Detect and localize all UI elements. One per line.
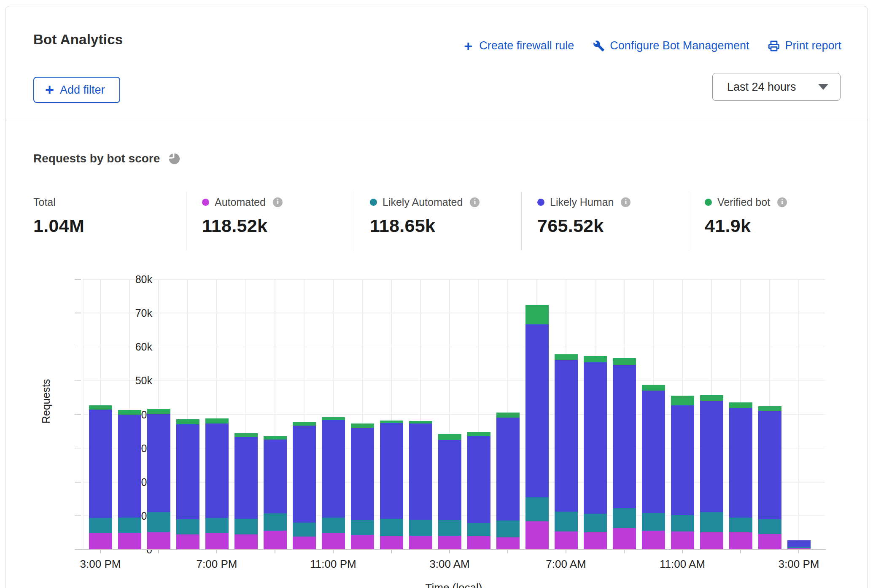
bar-8-00-pm-5[interactable] bbox=[234, 433, 258, 549]
segment-likely-automated bbox=[496, 521, 520, 537]
y-axis-title: Requests bbox=[40, 379, 52, 423]
segment-likely-human bbox=[380, 423, 403, 519]
x-tick bbox=[682, 550, 683, 553]
segment-automated bbox=[671, 531, 694, 549]
stat-automated: Automatedi118.52k bbox=[186, 192, 354, 250]
stat-value: 118.65k bbox=[370, 216, 521, 236]
bar-5-00-pm-2[interactable] bbox=[147, 409, 170, 549]
segment-likely-automated bbox=[671, 515, 694, 531]
bar-3-00-am-12[interactable] bbox=[438, 434, 461, 549]
bar-1-00-pm-22[interactable] bbox=[729, 402, 752, 549]
bar-6-00-pm-3[interactable] bbox=[176, 419, 199, 549]
segment-verified-bot bbox=[496, 413, 520, 418]
section-title-row: Requests by bot score bbox=[33, 152, 180, 165]
bar-6-00-am-15[interactable] bbox=[525, 305, 549, 549]
bar-1-00-am-10[interactable] bbox=[380, 421, 403, 549]
action-configure-bot-management[interactable]: Configure Bot Management bbox=[593, 39, 749, 52]
h-gridline bbox=[83, 380, 825, 381]
bar-5-00-am-14[interactable] bbox=[496, 413, 520, 550]
segment-verified-bot bbox=[293, 422, 316, 426]
verified-bot-legend-dot bbox=[705, 199, 712, 206]
info-icon[interactable]: i bbox=[273, 197, 283, 207]
segment-verified-bot bbox=[729, 402, 752, 408]
stat-likely-automated: Likely Automatedi118.65k bbox=[354, 192, 521, 250]
segment-likely-human bbox=[293, 426, 316, 523]
y-tick bbox=[75, 414, 81, 415]
h-gridline bbox=[83, 313, 825, 313]
segment-automated bbox=[555, 531, 578, 549]
segment-automated bbox=[205, 533, 229, 549]
chevron-down-icon bbox=[818, 84, 828, 90]
bar-7-00-pm-4[interactable] bbox=[205, 418, 229, 549]
stat-value: 41.9k bbox=[705, 216, 868, 236]
segment-verified-bot bbox=[613, 358, 636, 364]
bar-9-00-pm-6[interactable] bbox=[264, 436, 287, 549]
segment-verified-bot bbox=[525, 305, 549, 324]
bar-2-00-am-11[interactable] bbox=[409, 421, 432, 549]
y-tick bbox=[75, 515, 81, 516]
time-range-select[interactable]: Last 24 hours bbox=[712, 73, 841, 101]
segment-likely-automated bbox=[293, 523, 316, 537]
segment-likely-automated bbox=[351, 520, 374, 534]
y-tick bbox=[75, 313, 81, 313]
segment-likely-human bbox=[89, 410, 112, 518]
bar-4-00-am-13[interactable] bbox=[467, 432, 490, 549]
segment-likely-automated bbox=[118, 518, 141, 533]
x-tick bbox=[740, 550, 741, 553]
bar-11-00-pm-8[interactable] bbox=[322, 417, 345, 549]
stat-label: Total bbox=[33, 196, 56, 208]
action-create-firewall-rule[interactable]: +Create firewall rule bbox=[462, 39, 574, 52]
segment-likely-human bbox=[438, 440, 461, 520]
bar-3-00-pm-24[interactable] bbox=[787, 540, 811, 549]
action-label: Configure Bot Management bbox=[610, 39, 749, 52]
x-tick bbox=[216, 550, 217, 553]
segment-verified-bot bbox=[584, 356, 607, 362]
info-icon[interactable]: i bbox=[470, 197, 480, 207]
bar-9-00-am-18[interactable] bbox=[613, 358, 636, 549]
stat-likely-human: Likely Humani765.52k bbox=[521, 192, 689, 250]
info-icon[interactable]: i bbox=[621, 197, 630, 207]
add-filter-button[interactable]: + Add filter bbox=[33, 77, 120, 103]
segment-likely-automated bbox=[729, 518, 752, 532]
y-tick bbox=[75, 448, 81, 449]
segment-verified-bot bbox=[205, 418, 229, 423]
bar-8-00-am-17[interactable] bbox=[584, 356, 607, 549]
x-tick-label: 7:00 AM bbox=[546, 558, 586, 571]
action-print-report[interactable]: Print report bbox=[768, 39, 841, 52]
bot-analytics-card: Bot Analytics +Create firewall ruleConfi… bbox=[5, 6, 868, 588]
h-gridline bbox=[83, 347, 825, 348]
segment-verified-bot bbox=[176, 419, 199, 424]
stats-row: Total1.04MAutomatedi118.52kLikely Automa… bbox=[33, 192, 868, 250]
segment-verified-bot bbox=[118, 410, 141, 415]
bar-2-00-pm-23[interactable] bbox=[758, 406, 781, 549]
bar-10-00-am-19[interactable] bbox=[642, 385, 665, 549]
bar-11-00-am-20[interactable] bbox=[671, 396, 694, 549]
segment-verified-bot bbox=[555, 354, 578, 360]
bar-10-00-pm-7[interactable] bbox=[293, 422, 316, 549]
section-title: Requests by bot score bbox=[33, 152, 160, 165]
stat-label: Verified bot bbox=[717, 196, 770, 208]
segment-likely-human bbox=[613, 365, 636, 509]
y-tick-label: 80k bbox=[102, 273, 152, 286]
segment-automated bbox=[147, 532, 170, 549]
segment-verified-bot bbox=[467, 432, 490, 436]
info-icon[interactable]: i bbox=[777, 197, 787, 207]
page-title: Bot Analytics bbox=[33, 32, 123, 48]
x-tick bbox=[507, 550, 508, 553]
segment-verified-bot bbox=[438, 434, 461, 440]
bar-4-00-pm-1[interactable] bbox=[118, 410, 141, 549]
bar-12-00-pm-21[interactable] bbox=[700, 395, 723, 549]
bar-12-00-am-9[interactable] bbox=[351, 423, 374, 549]
segment-automated bbox=[729, 532, 752, 549]
segment-verified-bot bbox=[264, 436, 287, 440]
segment-verified-bot bbox=[89, 405, 112, 410]
y-tick-label: 70k bbox=[102, 307, 152, 319]
bar-3-00-pm-0[interactable] bbox=[89, 405, 112, 549]
bar-7-00-am-16[interactable] bbox=[555, 354, 578, 549]
x-tick bbox=[624, 550, 625, 553]
segment-automated bbox=[264, 531, 287, 549]
segment-likely-automated bbox=[234, 519, 258, 534]
segment-automated bbox=[700, 532, 723, 549]
segment-likely-automated bbox=[584, 514, 607, 532]
segment-verified-bot bbox=[671, 396, 694, 405]
